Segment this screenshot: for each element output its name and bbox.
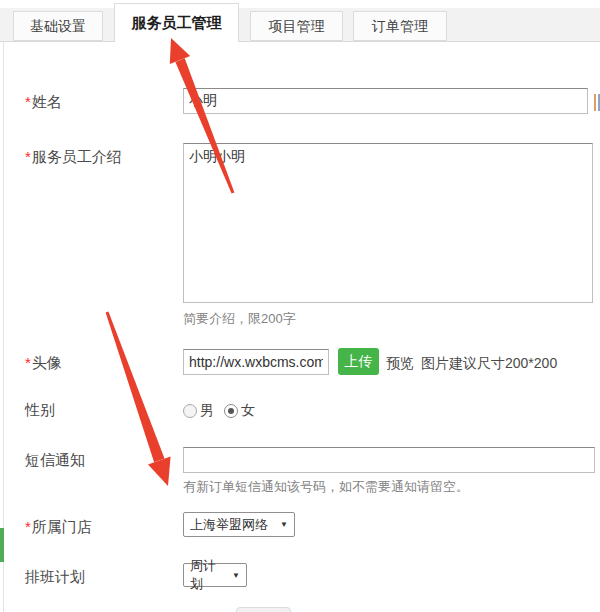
intro-hint: 简要介绍，限200字	[183, 310, 296, 328]
staff-management-page: 基础设置 服务员工管理 项目管理 订单管理 *姓名 *服务员工介绍 小明小明 简…	[0, 0, 600, 612]
avatar-side-text: 预览图片建议尺寸200*200	[386, 355, 557, 373]
tab-order-management[interactable]: 订单管理	[353, 11, 447, 41]
cutoff-fragment	[594, 94, 600, 111]
sms-input[interactable]	[183, 447, 595, 473]
avatar-label: *头像	[25, 354, 62, 373]
tab-bar: 基础设置 服务员工管理 项目管理 订单管理	[0, 0, 600, 42]
gender-radio-group: 男 女	[183, 402, 265, 420]
tab-project-management[interactable]: 项目管理	[250, 11, 343, 41]
required-asterisk: *	[25, 148, 31, 165]
store-label: *所属门店	[25, 518, 92, 537]
name-input[interactable]	[183, 88, 588, 114]
radio-female-label[interactable]: 女	[241, 402, 255, 420]
intro-label: *服务员工介绍	[25, 148, 122, 167]
preview-link[interactable]: 预览	[386, 355, 414, 371]
chevron-down-icon: ▼	[222, 571, 240, 580]
avatar-hint: 图片建议尺寸200*200	[421, 355, 557, 371]
required-asterisk: *	[25, 354, 31, 371]
upload-button[interactable]: 上传	[338, 348, 379, 375]
radio-male-label[interactable]: 男	[200, 402, 214, 420]
schedule-select-value: 周计划	[190, 557, 222, 593]
store-select-value: 上海举盟网络	[190, 516, 268, 534]
name-label: *姓名	[25, 93, 62, 112]
tab-service-staff-management[interactable]: 服务员工管理	[114, 3, 239, 42]
radio-female[interactable]	[224, 404, 238, 418]
bottom-button-cutoff[interactable]	[236, 607, 291, 612]
sms-hint: 有新订单短信通知该号码，如不需要通知请留空。	[183, 478, 469, 496]
required-asterisk: *	[25, 93, 31, 110]
tab-basic-settings[interactable]: 基础设置	[13, 11, 103, 41]
sms-label: 短信通知	[25, 451, 85, 470]
gender-label: 性别	[25, 401, 55, 420]
store-select[interactable]: 上海举盟网络 ▼	[183, 512, 295, 537]
avatar-url-input[interactable]	[183, 349, 329, 375]
required-asterisk: *	[25, 518, 31, 535]
intro-textarea[interactable]: 小明小明	[183, 143, 593, 303]
left-panel-border	[3, 42, 4, 612]
schedule-select[interactable]: 周计划 ▼	[183, 563, 247, 587]
schedule-label: 排班计划	[25, 568, 85, 587]
chevron-down-icon: ▼	[270, 520, 288, 529]
red-arrow-to-sms	[106, 312, 171, 487]
radio-male[interactable]	[183, 404, 197, 418]
left-edge-green-sliver	[0, 528, 4, 562]
